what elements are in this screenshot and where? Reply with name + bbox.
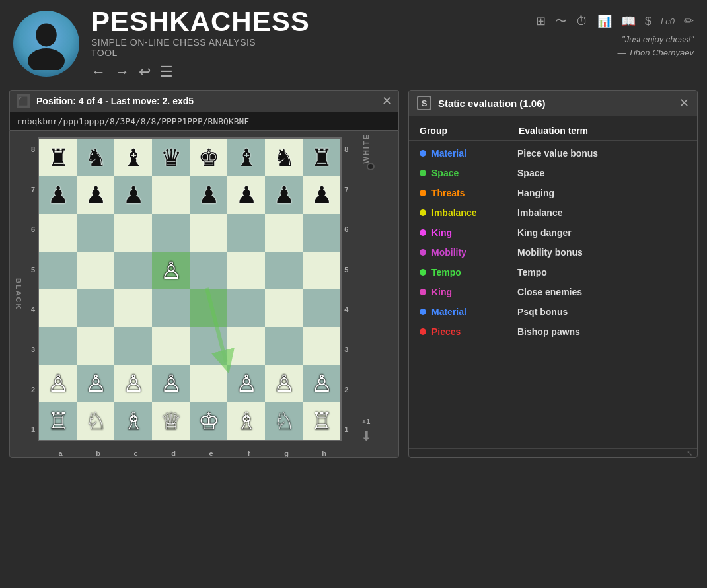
eval-group-name: Mobility: [431, 247, 517, 258]
square[interactable]: [152, 327, 190, 365]
square[interactable]: ♖: [303, 402, 340, 440]
square[interactable]: ♜: [39, 139, 77, 176]
app-subtitle: SIMPLE ON-LINE CHESS ANALYSISTOOL: [91, 37, 310, 58]
col-label-f: f: [230, 449, 268, 457]
square[interactable]: [77, 214, 114, 252]
square[interactable]: [227, 327, 265, 365]
square[interactable]: ♙: [39, 365, 77, 402]
square[interactable]: ♙: [152, 365, 190, 402]
square[interactable]: ♟: [265, 176, 303, 214]
square[interactable]: [152, 214, 190, 252]
left-panel: ⬛ Position: 4 of 4 - Last move: 2. exd5 …: [9, 90, 399, 458]
square[interactable]: ♝: [227, 139, 265, 176]
square[interactable]: ♙: [114, 365, 152, 402]
square[interactable]: ♟: [227, 176, 265, 214]
chess-piece: ♔: [198, 408, 219, 435]
square[interactable]: [303, 214, 340, 252]
square[interactable]: [190, 365, 227, 402]
grid-icon[interactable]: ⊞: [536, 14, 546, 28]
scroll-down-icon[interactable]: ⬇: [361, 428, 372, 444]
square[interactable]: [39, 214, 77, 252]
square[interactable]: ♖: [39, 402, 77, 440]
square[interactable]: [265, 327, 303, 365]
square[interactable]: [303, 252, 340, 289]
square[interactable]: [303, 327, 340, 365]
square[interactable]: [77, 327, 114, 365]
square[interactable]: ♗: [227, 402, 265, 440]
square[interactable]: ♟: [39, 176, 77, 214]
clock-icon[interactable]: ⏱: [576, 15, 588, 28]
square[interactable]: [114, 327, 152, 365]
square[interactable]: [227, 214, 265, 252]
square[interactable]: [77, 289, 114, 327]
square[interactable]: ♟: [114, 176, 152, 214]
square[interactable]: [190, 289, 227, 327]
dollar-icon[interactable]: $: [645, 15, 651, 28]
square[interactable]: ♞: [265, 139, 303, 176]
eval-row: MaterialPiece value bonus: [409, 143, 697, 163]
square[interactable]: ♟: [190, 176, 227, 214]
square[interactable]: [265, 214, 303, 252]
square[interactable]: ♙: [227, 365, 265, 402]
book-icon[interactable]: 📖: [621, 14, 636, 28]
fen-display: rnbqkbnr/ppp1pppp/8/3P4/8/8/PPPP1PPP/RNB…: [9, 112, 399, 130]
eval-rows-container: MaterialPiece value bonusSpaceSpaceThrea…: [409, 143, 697, 342]
square[interactable]: ♗: [114, 402, 152, 440]
left-panel-close[interactable]: ✕: [382, 95, 392, 107]
square[interactable]: ♘: [265, 402, 303, 440]
square[interactable]: ♔: [190, 402, 227, 440]
col-label-g: g: [268, 449, 305, 457]
square[interactable]: ♚: [190, 139, 227, 176]
svg-point-0: [36, 23, 57, 46]
square[interactable]: [190, 327, 227, 365]
square[interactable]: [39, 252, 77, 289]
square[interactable]: [39, 327, 77, 365]
edit-icon[interactable]: ✏: [684, 14, 694, 28]
chess-piece: ♙: [48, 370, 69, 398]
square[interactable]: [265, 252, 303, 289]
col-label-a: a: [42, 449, 79, 457]
square[interactable]: ♙: [152, 252, 190, 289]
square[interactable]: ♘: [77, 402, 114, 440]
square[interactable]: [152, 289, 190, 327]
forward-arrow-icon[interactable]: →: [115, 63, 130, 81]
square[interactable]: ♛: [152, 139, 190, 176]
square[interactable]: ♜: [303, 139, 340, 176]
bar-chart-icon[interactable]: 📊: [597, 14, 612, 28]
eval-group-name: Space: [431, 168, 517, 178]
square[interactable]: [303, 289, 340, 327]
square[interactable]: ♙: [303, 365, 340, 402]
back-arrow-icon[interactable]: ←: [91, 63, 106, 81]
square[interactable]: [114, 289, 152, 327]
square[interactable]: [227, 289, 265, 327]
square[interactable]: ♕: [152, 402, 190, 440]
undo-icon[interactable]: ↩: [139, 63, 151, 81]
eval-term-name: Imbalance: [517, 207, 687, 218]
eval-dot: [420, 289, 426, 295]
square[interactable]: ♟: [77, 176, 114, 214]
lc0-icon[interactable]: Lc0: [661, 17, 675, 26]
right-panel-close[interactable]: ✕: [679, 97, 689, 109]
rank-labels-left: 87654321: [27, 131, 38, 448]
square[interactable]: [190, 214, 227, 252]
chess-board[interactable]: ♜♞♝♛♚♝♞♜♟♟♟♟♟♟♟♙♙♙♙♙♙♙♙♖♘♗♕♔♗♘♖: [38, 137, 342, 441]
square[interactable]: ♞: [77, 139, 114, 176]
square[interactable]: [114, 252, 152, 289]
eval-dot: [420, 328, 426, 335]
menu-icon[interactable]: ☰: [160, 63, 173, 81]
square[interactable]: [152, 176, 190, 214]
square[interactable]: [190, 252, 227, 289]
square[interactable]: [39, 289, 77, 327]
square[interactable]: ♝: [114, 139, 152, 176]
square[interactable]: [114, 214, 152, 252]
square[interactable]: [227, 252, 265, 289]
resize-handle[interactable]: ⤡: [409, 448, 697, 457]
square[interactable]: [77, 252, 114, 289]
col-label-d: d: [155, 449, 192, 457]
square[interactable]: ♙: [77, 365, 114, 402]
square[interactable]: ♙: [265, 365, 303, 402]
activity-icon[interactable]: 〜: [555, 13, 567, 29]
square[interactable]: [265, 289, 303, 327]
square[interactable]: ♟: [303, 176, 340, 214]
chess-piece: ♖: [48, 408, 69, 435]
